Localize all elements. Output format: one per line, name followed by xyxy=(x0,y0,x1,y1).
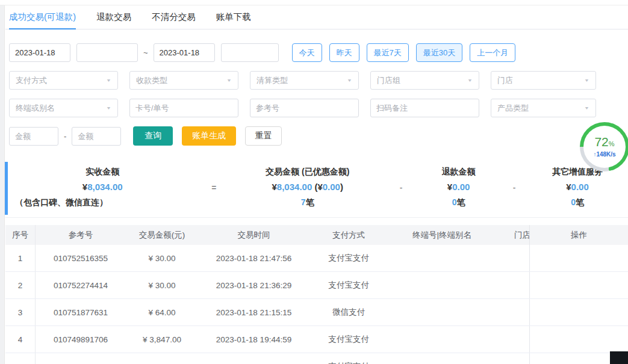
chevron-down-icon: ▼ xyxy=(584,78,589,83)
filter-row-selects-1: 支付方式 ▼ 收款类型 ▼ 清算类型 ▼ 门店组 ▼ 门店 ▼ xyxy=(9,71,628,90)
gauge-rate: ↑148K/s xyxy=(593,150,615,158)
top-divider xyxy=(0,5,628,5)
ref-no-input[interactable] xyxy=(250,99,359,117)
end-date-input[interactable] xyxy=(154,43,215,62)
column-header: 交易时间 xyxy=(198,230,309,241)
table-cell xyxy=(529,299,628,325)
filter-row-actions: - 查询 账单生成 重置 xyxy=(9,126,628,146)
chevron-down-icon: ▼ xyxy=(226,78,232,83)
table-cell: 010749242364 xyxy=(36,362,126,364)
table-cell: 010752516355 xyxy=(36,254,126,263)
network-speed-gauge[interactable]: 72% ↑148K/s xyxy=(580,122,628,171)
table-cell: 3 xyxy=(5,299,36,325)
table-cell: 支付宝支付 xyxy=(309,280,388,291)
table-cell: ¥ 3,847.00 xyxy=(126,335,198,344)
trade-amount-label: 交易金额 (已优惠金额) xyxy=(228,164,387,179)
yen-sign: ¥ xyxy=(82,182,87,192)
pay-method-select[interactable]: 支付方式 ▼ xyxy=(9,71,118,90)
tab-success-refundable[interactable]: 成功交易(可退款) xyxy=(9,6,76,29)
start-time-input[interactable] xyxy=(76,43,138,62)
yen-sign: ¥ xyxy=(566,182,571,192)
yesterday-button[interactable]: 昨天 xyxy=(329,43,359,62)
tab-bar: 成功交易(可退款) 退款交易 不清分交易 账单下载 xyxy=(5,6,628,29)
receipt-type-select[interactable]: 收款类型 ▼ xyxy=(129,71,238,90)
minus-sign: - xyxy=(502,164,527,210)
terminal-placeholder: 终端或别名 xyxy=(16,103,55,114)
table-cell: 支付宝支付 xyxy=(309,253,388,264)
tab-bill-download[interactable]: 账单下载 xyxy=(216,6,251,29)
refund-count: 0笔 xyxy=(415,195,502,210)
column-header: 参考号 xyxy=(36,230,126,241)
refund-amount-block: 退款金额 ¥0.00 0笔 xyxy=(415,164,502,210)
other-services-count: 0笔 xyxy=(527,195,628,210)
table-cell: 010752274414 xyxy=(36,281,126,290)
start-date-input[interactable] xyxy=(9,43,70,62)
trade-count: 7笔 xyxy=(228,195,387,210)
summary-accent-bar xyxy=(5,162,8,215)
transactions-table: 序号参考号交易金额(元)交易时间支付方式终端号|终端别名门店操作 1010752… xyxy=(5,225,628,364)
last-month-button[interactable]: 上一个月 xyxy=(470,43,515,62)
gauge-rate-value: 148K/s xyxy=(596,151,615,158)
table-body: 1010752516355¥ 30.002023-01-18 21:47:56支… xyxy=(5,245,628,364)
column-header: 支付方式 xyxy=(309,230,388,241)
settle-type-placeholder: 清算类型 xyxy=(256,75,288,86)
gauge-percent: 72% xyxy=(594,135,614,150)
bill-generate-button[interactable]: 账单生成 xyxy=(182,126,236,146)
scan-remark-input[interactable] xyxy=(370,99,479,117)
amount-min-input[interactable] xyxy=(9,127,58,146)
store-select[interactable]: 门店 ▼ xyxy=(491,71,596,90)
received-amount-number: 8,034.00 xyxy=(87,182,122,192)
last-7-days-button[interactable]: 最近7天 xyxy=(367,43,409,62)
discount-paren: ) xyxy=(340,182,343,192)
column-header: 序号 xyxy=(5,225,36,245)
product-type-placeholder: 产品类型 xyxy=(497,103,529,114)
trade-count-number: 7 xyxy=(301,197,306,207)
reset-button[interactable]: 重置 xyxy=(245,126,282,146)
refund-amount-value: ¥0.00 xyxy=(415,179,502,195)
amount-max-input[interactable] xyxy=(72,127,121,146)
date-range-separator: ~ xyxy=(143,48,148,57)
table-cell: 010751877631 xyxy=(36,308,126,317)
chevron-down-icon: ▼ xyxy=(584,106,589,111)
table-cell: 1 xyxy=(5,245,36,271)
yen-sign: ¥ xyxy=(447,182,452,192)
table-row: 3010751877631¥ 64.002023-01-18 21:15:15微… xyxy=(5,299,628,326)
table-cell: 4 xyxy=(5,326,36,353)
other-services-block: 其它增值服务 ¥0.00 0笔 xyxy=(527,164,628,210)
table-row: 5010749242364¥ 12.002023-01-18 19:27:47支… xyxy=(5,353,628,364)
received-amount-block: 实收金额 ¥8,034.00 （包含口碑、微信直连） xyxy=(5,164,199,210)
equals-sign: = xyxy=(199,164,228,210)
received-amount-note: （包含口碑、微信直连） xyxy=(5,195,199,210)
chevron-down-icon: ▼ xyxy=(106,106,111,111)
terminal-or-alias-select[interactable]: 终端或别名 ▼ xyxy=(9,99,118,117)
refund-amount-number: 0.00 xyxy=(452,182,470,192)
summary-panel: 实收金额 ¥8,034.00 （包含口碑、微信直连） = 交易金额 (已优惠金额… xyxy=(5,161,628,218)
store-group-select[interactable]: 门店组 ▼ xyxy=(370,71,479,90)
card-no-input[interactable] xyxy=(129,99,238,117)
refund-amount-label: 退款金额 xyxy=(415,164,502,179)
query-button[interactable]: 查询 xyxy=(133,126,173,146)
column-header: 操作 xyxy=(529,225,628,245)
discount-amount-number: 0.00 xyxy=(323,182,340,192)
product-type-select[interactable]: 产品类型 ▼ xyxy=(491,99,596,117)
yen-sign: ¥ xyxy=(317,182,322,192)
table-cell: 微信支付 xyxy=(309,307,388,318)
today-button[interactable]: 今天 xyxy=(292,43,322,62)
table-cell xyxy=(529,245,628,271)
end-time-input[interactable] xyxy=(221,43,279,62)
gauge-percent-sign: % xyxy=(609,140,615,147)
tab-unsettled[interactable]: 不清分交易 xyxy=(152,6,196,29)
settle-type-select[interactable]: 清算类型 ▼ xyxy=(250,71,359,90)
table-cell: 2023-01-18 21:47:56 xyxy=(198,254,309,263)
last-30-days-button[interactable]: 最近30天 xyxy=(416,43,462,62)
table-cell xyxy=(529,326,628,353)
tab-refund[interactable]: 退款交易 xyxy=(96,6,131,29)
table-row: 4010749891706¥ 3,847.002023-01-18 19:44:… xyxy=(5,326,628,353)
trade-amount-block: 交易金额 (已优惠金额) ¥8,034.00 (¥0.00) 7笔 xyxy=(228,164,387,210)
table-cell: 2023-01-18 21:15:15 xyxy=(198,308,309,317)
receipt-type-placeholder: 收款类型 xyxy=(136,75,167,86)
chevron-down-icon: ▼ xyxy=(347,78,352,83)
table-header-row: 序号参考号交易金额(元)交易时间支付方式终端号|终端别名门店操作 xyxy=(5,225,628,245)
store-placeholder: 门店 xyxy=(497,75,513,86)
other-services-value: ¥0.00 xyxy=(527,179,628,195)
